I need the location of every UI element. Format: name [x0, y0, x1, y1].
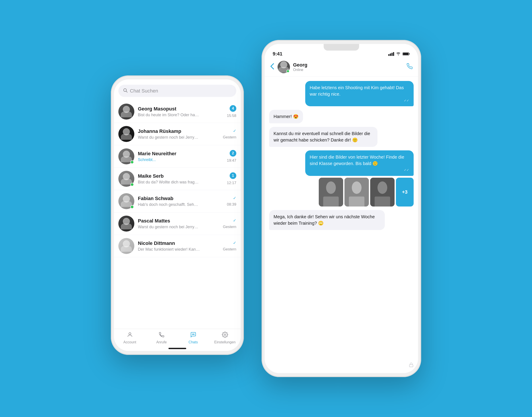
avatar: [118, 193, 134, 209]
search-bar[interactable]: Chat Suchen: [118, 85, 236, 97]
lock-area: [269, 362, 414, 369]
chat-meta: ✓ Gestern: [223, 128, 236, 139]
search-icon: [123, 88, 128, 94]
search-placeholder: Chat Suchen: [130, 88, 158, 94]
nav-item-account[interactable]: Account: [114, 332, 146, 344]
scene: Chat Suchen Georg Masopu: [0, 0, 532, 417]
status-icons: [388, 52, 410, 56]
chat-content: Georg Masopust Bist du heute im Store? O…: [138, 106, 223, 117]
message-bubble-sent: Hier sind die Bilder von letzter Woche! …: [305, 150, 414, 176]
message-text: Mega, Ich danke dir! Sehen wir uns nächs…: [273, 214, 375, 226]
svg-rect-15: [349, 197, 364, 207]
contact-status: Online: [293, 68, 403, 72]
signal-bar-2: [390, 53, 391, 56]
avatar: [118, 148, 134, 164]
message-text: Kannst du mir eventuell mal schnell die …: [273, 131, 370, 142]
chat-preview: Schreibt...: [138, 157, 200, 162]
gear-icon: [222, 332, 228, 339]
chat-badge: 2: [230, 150, 236, 156]
person-icon: [127, 332, 133, 339]
photo-thumb-2: [344, 178, 369, 207]
chat-time: Gestern: [223, 225, 236, 229]
bottom-nav-wrap: Account Anrufe: [114, 329, 241, 351]
chat-name: Maike Serb: [138, 173, 223, 179]
list-item[interactable]: Johanna Rüskamp Warst du gestern noch be…: [114, 123, 241, 145]
chat-meta: 1 12:17: [227, 172, 236, 185]
call-button[interactable]: [407, 63, 413, 71]
message-check: ✓✓: [310, 98, 409, 103]
message-text: Habe letztens ein Shooting mit Kim gehab…: [310, 85, 404, 96]
chat-icon: [190, 332, 196, 339]
chat-badge: 1: [230, 172, 236, 179]
phone-icon: [159, 332, 165, 339]
messages-area: Habe letztens ein Shooting mit Kim gehab…: [265, 76, 418, 373]
online-indicator: [130, 160, 134, 164]
chat-time: 12:17: [227, 181, 236, 185]
svg-point-2: [129, 333, 131, 335]
svg-rect-9: [403, 53, 409, 55]
avatar: [118, 238, 134, 254]
chat-content: Nicole Dittmann Der Mac funktioniert wie…: [138, 240, 220, 252]
chat-preview: Hab's doch noch geschafft. Sehen uns dan…: [138, 202, 200, 207]
online-dot: [286, 70, 290, 73]
chat-badge: 4: [230, 105, 236, 112]
lock-icon: [409, 363, 414, 369]
list-item[interactable]: Georg Masopust Bist du heute im Store? O…: [114, 101, 241, 123]
nav-label-account: Account: [123, 340, 136, 344]
avatar: [118, 216, 134, 231]
svg-point-5: [194, 334, 194, 334]
chat-meta: ✓ 08:39: [227, 196, 236, 207]
bottom-nav: Account Anrufe: [114, 329, 241, 351]
notch: [324, 44, 359, 51]
nav-item-settings[interactable]: Einstellungen: [209, 332, 241, 344]
chat-name: Johanna Rüskamp: [138, 128, 220, 134]
svg-rect-12: [323, 197, 339, 207]
chat-content: Marie Neureither Schreibt...: [138, 151, 223, 162]
nav-item-chats[interactable]: Chats: [177, 332, 209, 344]
list-item[interactable]: Pascal Mattes Warst du gestern noch bei …: [114, 212, 241, 235]
right-phone: 9:41: [261, 40, 421, 377]
list-item[interactable]: Nicole Dittmann Der Mac funktioniert wie…: [114, 235, 241, 257]
online-indicator: [130, 183, 134, 186]
svg-point-3: [192, 334, 193, 334]
avatar: [118, 126, 134, 142]
chat-content: Pascal Mattes Warst du gestern noch bei …: [138, 218, 220, 229]
left-phone: Chat Suchen Georg Masopu: [111, 75, 244, 355]
svg-rect-18: [375, 197, 390, 207]
avatar: [118, 104, 134, 120]
chat-time: 08:39: [227, 202, 236, 207]
svg-point-4: [193, 334, 193, 334]
chat-meta: ✓ Gestern: [223, 218, 236, 229]
nav-item-calls[interactable]: Anrufe: [146, 332, 177, 344]
message-text: Hier sind die Bilder von letzter Woche! …: [310, 155, 404, 166]
chat-preview: Warst du gestern noch bei Jerry? Hab nic…: [138, 135, 200, 140]
chat-list: Georg Masopust Bist du heute im Store? O…: [114, 101, 241, 329]
chat-meta: 4 15:58: [227, 105, 236, 118]
chat-time: 19:47: [227, 158, 236, 163]
message-bubble-received: Hammer! 😍: [269, 110, 303, 123]
signal-bar-4: [393, 52, 394, 56]
chat-header: Georg Online: [265, 58, 418, 76]
chat-preview: Bist du heute im Store? Oder hast du die…: [138, 113, 200, 117]
svg-rect-8: [409, 53, 410, 54]
list-item[interactable]: Marie Neureither Schreibt... 2 19:47: [114, 145, 241, 168]
chat-meta: ✓ Gestern: [223, 240, 236, 251]
photo-more-count: +3: [396, 178, 414, 207]
chat-time: 15:58: [227, 114, 236, 118]
nav-label-calls: Anrufe: [156, 340, 167, 344]
svg-point-17: [378, 181, 387, 194]
chat-meta: 2 19:47: [227, 150, 236, 163]
chat-content: Maike Serb Bist du da? Wollte dich was f…: [138, 173, 223, 185]
check-icon: ✓: [233, 128, 236, 133]
right-phone-inner: 9:41: [265, 44, 418, 373]
chat-name: Pascal Mattes: [138, 218, 220, 224]
message-check: ✓✓: [310, 168, 409, 172]
list-item[interactable]: Fabian Schwab Hab's doch noch geschafft.…: [114, 190, 241, 212]
list-item[interactable]: Maike Serb Bist du da? Wollte dich was f…: [114, 168, 241, 190]
check-icon: ✓: [233, 218, 236, 223]
nav-label-settings: Einstellungen: [214, 340, 235, 344]
back-button[interactable]: [270, 63, 274, 71]
svg-point-11: [326, 181, 336, 194]
photo-thumb-1: [319, 178, 343, 207]
chat-preview: Der Mac funktioniert wieder! Kannst ihn …: [138, 247, 200, 252]
